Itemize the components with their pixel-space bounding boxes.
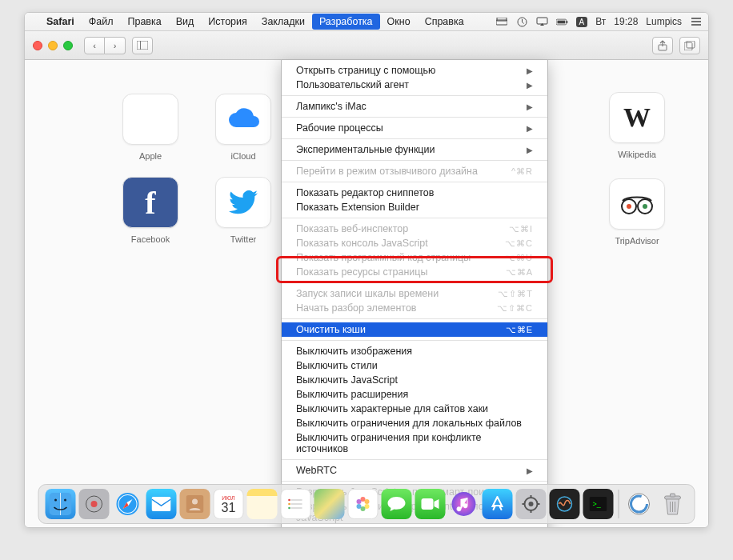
menu-develop[interactable]: Разработка: [312, 14, 380, 30]
menu-separator: [282, 117, 547, 118]
menu-item[interactable]: WebRTC▶: [282, 463, 547, 478]
menu-item[interactable]: Показать Extension Builder: [282, 200, 547, 214]
menu-item-label: Выключить изображения: [296, 346, 412, 357]
menu-separator: [282, 138, 547, 139]
dock-photos[interactable]: [348, 489, 379, 519]
input-source-badge[interactable]: А: [576, 17, 588, 27]
menu-item-label: Показать Extension Builder: [296, 202, 419, 213]
menu-item[interactable]: Открыть страницу с помощью▶: [282, 63, 547, 78]
menu-item-label: Показать веб-инспектор: [296, 223, 408, 234]
menu-item: Начать разбор элементов⌥⇧⌘C: [282, 301, 547, 315]
menu-window[interactable]: Окно: [380, 14, 418, 30]
svg-point-37: [357, 504, 362, 509]
timemachine-icon[interactable]: [516, 17, 528, 27]
dock-reminders[interactable]: [281, 489, 311, 519]
back-button[interactable]: ‹: [84, 37, 105, 54]
svg-rect-53: [671, 494, 675, 497]
menu-item-label: Рабочие процессы: [296, 122, 383, 134]
dock-appstore[interactable]: [483, 489, 513, 519]
wikipedia-icon: W: [609, 92, 665, 143]
sidebar-button[interactable]: [132, 37, 153, 54]
dock-safari[interactable]: [113, 489, 143, 519]
favorite-facebook[interactable]: f Facebook: [119, 177, 182, 244]
menu-bookmarks[interactable]: Закладки: [254, 14, 312, 30]
dock-finder[interactable]: [46, 489, 76, 519]
menu-separator: [282, 95, 547, 96]
screen-frame: Safari Файл Правка Вид История Закладки …: [24, 12, 709, 528]
menu-item-label: Очистить кэши: [296, 324, 366, 335]
menu-item[interactable]: Выключить JavaScript: [282, 373, 547, 387]
menu-separator: [282, 318, 547, 319]
menu-item-label: Перейти в режим отзывчивого дизайна: [296, 166, 478, 177]
menu-file[interactable]: Файл: [82, 14, 121, 30]
share-button[interactable]: [652, 37, 673, 54]
favorite-apple[interactable]: Apple: [119, 94, 182, 161]
menu-item[interactable]: Показать редактор сниппетов: [282, 186, 547, 200]
menu-item[interactable]: Лампикс's iMac▶: [282, 99, 547, 114]
dock-trash[interactable]: [658, 489, 688, 519]
menu-shortcut: ⌥⌘I: [509, 224, 533, 234]
menu-item-label: Выключить ограничения для локальных файл…: [296, 418, 522, 429]
dock-maps[interactable]: [314, 489, 345, 519]
battery-icon[interactable]: [556, 17, 568, 27]
menu-item-label: Показать программный код страницы: [296, 252, 471, 263]
minimize-window-button[interactable]: [48, 41, 58, 50]
tabs-button[interactable]: [679, 37, 700, 54]
dock-siri[interactable]: [550, 489, 580, 519]
menu-item[interactable]: Рабочие процессы▶: [282, 121, 547, 135]
menu-item[interactable]: Разрешить удаленную автоматизацию: [282, 525, 547, 528]
menu-item: Показать веб-инспектор⌥⌘I: [282, 222, 547, 236]
menu-help[interactable]: Справка: [418, 14, 471, 30]
submenu-arrow-icon: ▶: [527, 124, 533, 133]
menu-item[interactable]: Пользовательский агент▶: [282, 78, 547, 92]
menu-shortcut: ^⌘R: [511, 166, 533, 177]
favorite-tripadvisor[interactable]: TripAdvisor: [606, 178, 668, 246]
dock-mail[interactable]: [146, 489, 177, 519]
dock-facetime[interactable]: [415, 489, 446, 519]
menu-item: Показать ресурсы страницы⌥⌘A: [282, 265, 547, 279]
close-window-button[interactable]: [33, 41, 42, 50]
notification-center-icon[interactable]: [690, 17, 702, 27]
favorite-twitter[interactable]: Twitter: [212, 177, 274, 244]
menu-item[interactable]: Очистить кэши⌥⌘E: [282, 322, 547, 337]
airplay-icon[interactable]: [536, 17, 548, 27]
user-name[interactable]: Lumpics: [646, 16, 682, 27]
favorite-wikipedia[interactable]: W Wikipedia: [606, 92, 668, 159]
menu-edit[interactable]: Правка: [120, 14, 168, 30]
menu-item-label: Показать редактор сниппетов: [296, 187, 434, 198]
forward-button[interactable]: ›: [105, 37, 126, 54]
menu-item[interactable]: Выключить ограничения при конфликте исто…: [282, 430, 547, 456]
svg-rect-39: [422, 498, 434, 510]
menu-item: Запуск записи шкалы времени⌥⇧⌘T: [282, 286, 547, 301]
dock-downloads[interactable]: [624, 489, 655, 519]
zoom-window-button[interactable]: [63, 41, 73, 50]
submenu-arrow-icon: ▶: [527, 66, 533, 75]
svg-point-42: [529, 502, 534, 506]
dock-itunes[interactable]: [449, 489, 479, 519]
tripadvisor-icon: [609, 178, 665, 230]
menu-item[interactable]: Выключить ограничения для локальных файл…: [282, 416, 547, 430]
menu-item[interactable]: Выключить расширения: [282, 387, 547, 402]
disk-icon[interactable]: [496, 17, 508, 27]
menu-item[interactable]: Выключить изображения: [282, 344, 547, 358]
svg-point-15: [643, 204, 647, 209]
dock-messages[interactable]: [382, 489, 412, 519]
dock-calendar[interactable]: ИЮЛ31: [214, 489, 244, 519]
menu-history[interactable]: История: [201, 14, 254, 30]
menu-item-label: Выключить характерные для сайтов хаки: [296, 403, 488, 414]
menu-item-label: Разрешить удаленную автоматизацию: [296, 526, 475, 528]
dock-notes[interactable]: [247, 489, 278, 519]
svg-rect-10: [684, 42, 692, 50]
dock-contacts[interactable]: [180, 489, 210, 519]
app-name[interactable]: Safari: [39, 14, 82, 30]
menu-view[interactable]: Вид: [169, 14, 202, 30]
favorite-label: Facebook: [119, 234, 182, 244]
menu-item[interactable]: Выключить характерные для сайтов хаки: [282, 402, 547, 416]
dock-preferences[interactable]: [516, 489, 547, 519]
dock-terminal[interactable]: >_: [583, 489, 614, 519]
menu-item[interactable]: Экспериментальные функции▶: [282, 142, 547, 157]
menu-item-label: Пользовательский агент: [296, 79, 409, 90]
menu-item[interactable]: Выключить стили: [282, 358, 547, 373]
favorite-icloud[interactable]: iCloud: [212, 94, 274, 161]
dock-launchpad[interactable]: [79, 489, 110, 519]
